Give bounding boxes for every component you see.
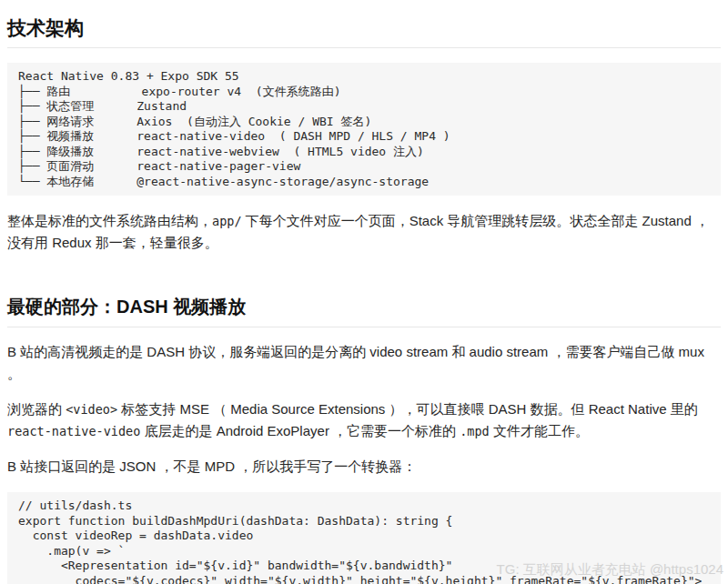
inline-code: .mpd	[460, 424, 490, 438]
code-block-tech-stack: React Native 0.83 + Expo SDK 55 ├── 路由 e…	[7, 63, 721, 196]
paragraph-mse-exoplayer: 浏览器的 <video> 标签支持 MSE （ Media Source Ext…	[7, 398, 721, 442]
inline-code: react-native-video	[7, 424, 140, 438]
document-page: { "article": { "heading_architecture": "…	[0, 0, 728, 584]
code-block-dash-converter: // utils/dash.ts export function buildDa…	[7, 492, 721, 584]
article: 技术架构 React Native 0.83 + Expo SDK 55 ├──…	[7, 0, 721, 584]
paragraph-routing: 整体是标准的文件系统路由结构，app/ 下每个文件对应一个页面，Stack 导航…	[7, 210, 721, 254]
inline-code: app/	[212, 214, 242, 228]
inline-code: <video>	[66, 402, 117, 417]
paragraph-converter-intro: B 站接口返回的是 JSON ，不是 MPD ，所以我手写了一个转换器：	[7, 456, 721, 478]
paragraph-dash-protocol: B 站的高清视频走的是 DASH 协议，服务端返回的是分离的 video str…	[7, 341, 721, 385]
section-heading-architecture: 技术架构	[7, 0, 721, 48]
section-heading-dash: 最硬的部分：DASH 视频播放	[7, 296, 721, 327]
